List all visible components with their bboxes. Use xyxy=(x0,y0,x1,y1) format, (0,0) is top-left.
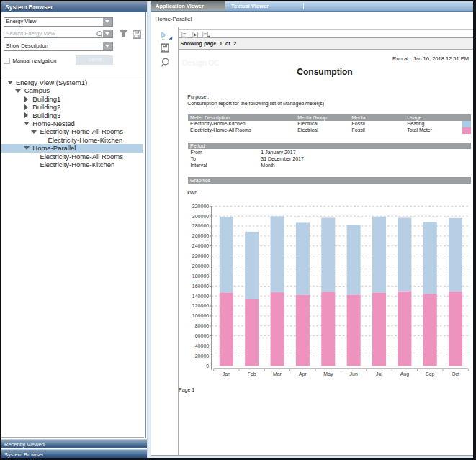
svg-text:May: May xyxy=(323,371,333,377)
svg-text:220000: 220000 xyxy=(192,253,208,258)
svg-text:40000: 40000 xyxy=(194,343,209,348)
svg-text:Jun: Jun xyxy=(349,371,357,376)
svg-text:Aug: Aug xyxy=(400,371,409,377)
svg-text:Jul: Jul xyxy=(376,371,382,376)
svg-text:240000: 240000 xyxy=(192,243,208,248)
svg-text:Feb: Feb xyxy=(247,371,256,376)
svg-text:140000: 140000 xyxy=(192,294,208,299)
svg-text:Jan: Jan xyxy=(222,371,230,376)
svg-text:200000: 200000 xyxy=(192,263,208,269)
svg-text:320000: 320000 xyxy=(192,204,208,209)
svg-text:60000: 60000 xyxy=(194,333,209,338)
svg-text:20000: 20000 xyxy=(194,353,209,358)
svg-text:Sep: Sep xyxy=(426,371,435,377)
svg-text:100000: 100000 xyxy=(192,313,208,318)
svg-text:120000: 120000 xyxy=(192,303,208,308)
svg-text:300000: 300000 xyxy=(192,214,208,219)
svg-text:0: 0 xyxy=(206,364,209,369)
svg-text:Apr: Apr xyxy=(298,371,307,377)
svg-text:160000: 160000 xyxy=(192,284,208,289)
svg-text:Mar: Mar xyxy=(273,371,282,376)
svg-text:280000: 280000 xyxy=(192,223,208,228)
svg-text:180000: 180000 xyxy=(192,274,208,279)
svg-text:260000: 260000 xyxy=(192,233,208,238)
svg-text:80000: 80000 xyxy=(194,323,209,328)
svg-text:Oct: Oct xyxy=(452,371,459,376)
